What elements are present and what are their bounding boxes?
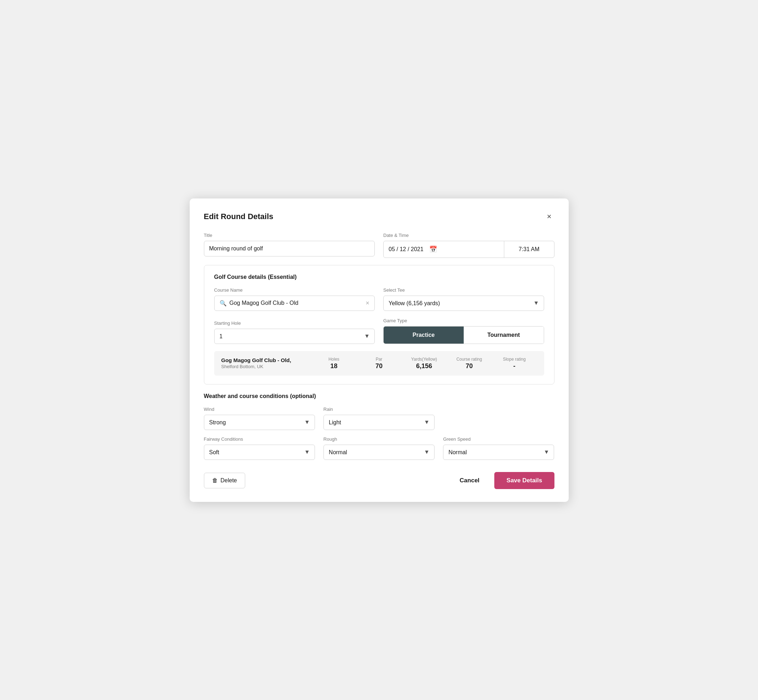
- course-name-tee-row: Course Name 🔍 × Select Tee Yellow (6,156…: [214, 288, 544, 311]
- course-info-bar: Gog Magog Golf Club - Old, Shelford Bott…: [214, 351, 544, 376]
- search-icon: 🔍: [219, 300, 227, 306]
- yards-stat: Yards(Yellow) 6,156: [401, 357, 446, 370]
- rain-container: None Light Moderate Heavy ▼: [324, 415, 434, 430]
- time-field[interactable]: 7:31 AM: [504, 241, 554, 258]
- green-speed-dropdown[interactable]: Slow Normal Fast Very Fast: [443, 445, 554, 460]
- select-tee-dropdown[interactable]: Yellow (6,156 yards) White Red Blue: [383, 295, 544, 311]
- rough-group: Rough Short Normal Long Very Long ▼: [324, 436, 434, 460]
- starting-hole-container: 1234 5678 910 ▼: [214, 329, 375, 344]
- tournament-button[interactable]: Tournament: [464, 327, 544, 344]
- title-group: Title: [204, 233, 375, 258]
- fairway-label: Fairway Conditions: [204, 436, 315, 442]
- wind-dropdown[interactable]: Calm Light Moderate Strong Very Strong: [204, 415, 315, 430]
- edit-round-modal: Edit Round Details × Title Date & Time 0…: [190, 198, 568, 502]
- course-location: Shelford Bottom, UK: [221, 364, 312, 369]
- title-date-row: Title Date & Time 05 / 12 / 2021 📅 7:31 …: [204, 233, 554, 258]
- weather-section: Weather and course conditions (optional)…: [204, 393, 554, 460]
- holes-value: 18: [330, 362, 337, 370]
- golf-course-section-title: Golf Course details (Essential): [214, 274, 544, 280]
- select-tee-label: Select Tee: [383, 288, 544, 293]
- cancel-button[interactable]: Cancel: [453, 473, 486, 488]
- course-name-input[interactable]: [230, 300, 363, 306]
- weather-section-title: Weather and course conditions (optional): [204, 393, 554, 400]
- rough-label: Rough: [324, 436, 434, 442]
- par-stat: Par 70: [357, 357, 402, 370]
- trash-icon: 🗑: [212, 477, 218, 484]
- slope-rating-value: -: [513, 362, 515, 370]
- fairway-dropdown[interactable]: Firm Normal Soft Very Soft: [204, 445, 315, 460]
- slope-rating-stat: Slope rating -: [492, 357, 537, 370]
- rain-label: Rain: [324, 406, 434, 412]
- save-button[interactable]: Save Details: [494, 472, 554, 489]
- date-time-label: Date & Time: [383, 233, 554, 238]
- game-type-toggle: Practice Tournament: [383, 326, 544, 344]
- yards-label: Yards(Yellow): [411, 357, 437, 362]
- footer-right: Cancel Save Details: [453, 472, 554, 489]
- date-time-field: 05 / 12 / 2021 📅 7:31 AM: [383, 241, 554, 258]
- par-value: 70: [376, 362, 382, 370]
- course-rating-label: Course rating: [456, 357, 482, 362]
- calendar-icon: 📅: [429, 245, 437, 253]
- rain-dropdown[interactable]: None Light Moderate Heavy: [324, 415, 434, 430]
- course-name-label: Course Name: [214, 288, 375, 293]
- rough-container: Short Normal Long Very Long ▼: [324, 445, 434, 460]
- fairway-group: Fairway Conditions Firm Normal Soft Very…: [204, 436, 315, 460]
- title-input[interactable]: [204, 241, 375, 256]
- starting-hole-label: Starting Hole: [214, 320, 375, 326]
- slope-rating-label: Slope rating: [503, 357, 526, 362]
- course-name: Gog Magog Golf Club - Old,: [221, 357, 312, 363]
- date-field[interactable]: 05 / 12 / 2021 📅: [384, 241, 504, 258]
- wind-container: Calm Light Moderate Strong Very Strong ▼: [204, 415, 315, 430]
- modal-header: Edit Round Details ×: [204, 211, 554, 222]
- yards-value: 6,156: [416, 362, 432, 370]
- course-name-group: Course Name 🔍 ×: [214, 288, 375, 311]
- starting-hole-game-type-row: Starting Hole 1234 5678 910 ▼ Game Type …: [214, 318, 544, 344]
- date-value: 05 / 12 / 2021: [388, 246, 423, 253]
- starting-hole-dropdown[interactable]: 1234 5678 910: [214, 329, 375, 344]
- close-button[interactable]: ×: [544, 211, 554, 222]
- time-value: 7:31 AM: [518, 246, 539, 253]
- green-speed-label: Green Speed: [443, 436, 554, 442]
- delete-button[interactable]: 🗑 Delete: [204, 473, 245, 488]
- modal-title: Edit Round Details: [204, 212, 274, 221]
- fairway-container: Firm Normal Soft Very Soft ▼: [204, 445, 315, 460]
- game-type-group: Game Type Practice Tournament: [383, 318, 544, 344]
- starting-hole-group: Starting Hole 1234 5678 910 ▼: [214, 320, 375, 344]
- rough-dropdown[interactable]: Short Normal Long Very Long: [324, 445, 434, 460]
- par-label: Par: [376, 357, 382, 362]
- date-time-group: Date & Time 05 / 12 / 2021 📅 7:31 AM: [383, 233, 554, 258]
- course-rating-value: 70: [465, 362, 473, 370]
- course-info-name: Gog Magog Golf Club - Old, Shelford Bott…: [221, 357, 312, 369]
- rain-group: Rain None Light Moderate Heavy ▼: [324, 406, 434, 430]
- fairway-rough-green-row: Fairway Conditions Firm Normal Soft Very…: [204, 436, 554, 460]
- green-speed-container: Slow Normal Fast Very Fast ▼: [443, 445, 554, 460]
- course-rating-stat: Course rating 70: [446, 357, 492, 370]
- game-type-label: Game Type: [383, 318, 544, 323]
- green-speed-group: Green Speed Slow Normal Fast Very Fast ▼: [443, 436, 554, 460]
- delete-label: Delete: [221, 477, 237, 484]
- wind-rain-row: Wind Calm Light Moderate Strong Very Str…: [204, 406, 554, 430]
- holes-stat: Holes 18: [312, 357, 357, 370]
- practice-button[interactable]: Practice: [384, 327, 464, 344]
- golf-course-section: Golf Course details (Essential) Course N…: [204, 265, 554, 384]
- select-tee-container: Yellow (6,156 yards) White Red Blue ▼: [383, 295, 544, 311]
- wind-label: Wind: [204, 406, 315, 412]
- holes-label: Holes: [329, 357, 340, 362]
- course-name-search[interactable]: 🔍 ×: [214, 295, 375, 311]
- clear-icon[interactable]: ×: [365, 300, 370, 307]
- title-label: Title: [204, 233, 375, 238]
- footer: 🗑 Delete Cancel Save Details: [204, 466, 554, 489]
- wind-group: Wind Calm Light Moderate Strong Very Str…: [204, 406, 315, 430]
- select-tee-group: Select Tee Yellow (6,156 yards) White Re…: [383, 288, 544, 311]
